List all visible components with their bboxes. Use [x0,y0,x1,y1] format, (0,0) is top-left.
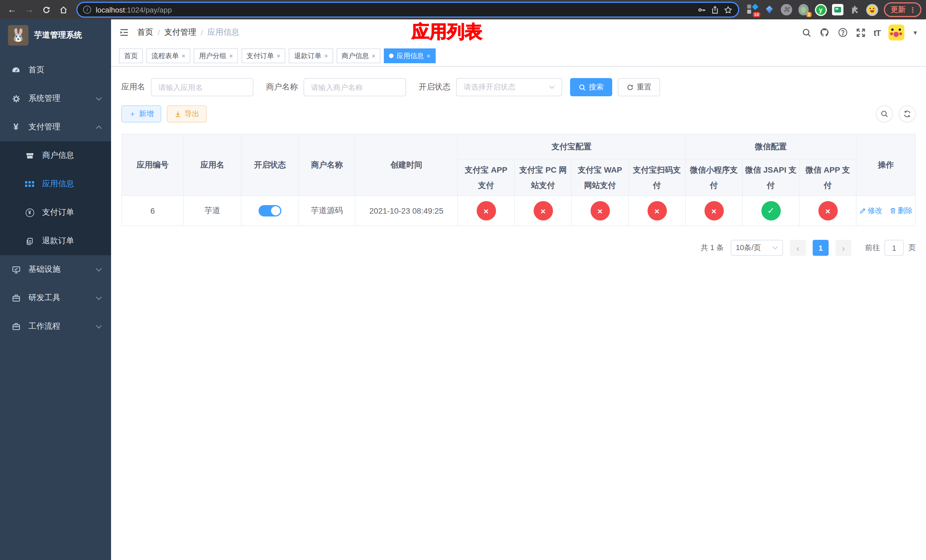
close-icon[interactable]: × [324,52,328,59]
col-header-merchant: 商户名称 [299,134,355,196]
toggle-search-icon[interactable] [876,105,893,123]
extension-chat-icon[interactable] [831,3,844,16]
search-icon[interactable] [802,28,811,37]
close-icon[interactable]: × [277,52,280,59]
extension-command-icon[interactable]: ⌘ [780,3,793,16]
tab-merchant-info[interactable]: 商户信息× [337,48,381,63]
avatar-caret-icon[interactable]: ▼ [912,29,918,36]
site-info-icon[interactable]: i [83,6,91,14]
status-label: 开启状态 [419,82,451,92]
browser-update-button[interactable]: 更新 ⋮ [884,2,921,17]
cell-alipay-app: × [458,196,514,226]
tab-refund-order[interactable]: 退款订单× [289,48,333,63]
merchant-name-input[interactable] [304,78,406,96]
chevron-down-icon [772,246,778,250]
filter-form: 应用名 商户名称 开启状态 请选择开启状态 搜索 重置 [121,78,916,96]
tab-pay-order[interactable]: 支付订单× [242,48,286,63]
tags-bar: 首页 流程表单× 用户分组× 支付订单× 退款订单× 商户信息× 应用信息× [111,45,926,67]
goto-page-input[interactable] [884,240,904,256]
user-avatar[interactable] [888,24,904,41]
extension-badge: 10 [753,12,760,17]
col-header-app-id: 应用编号 [122,134,184,196]
sidebar-item-merchant-info[interactable]: 商户信息 [0,141,111,170]
page-size-select[interactable]: 10条/页 [731,240,783,256]
sidebar-item-workflow[interactable]: 工作流程 [0,312,111,341]
sidebar-item-pay-order[interactable]: ¥ 支付订单 [0,198,111,227]
sidebar-item-refund-order[interactable]: 退款订单 [0,227,111,255]
col-header-wechat-app: 微信 APP 支付 [799,159,856,196]
font-size-icon[interactable]: tT [874,28,881,37]
extension-y-icon[interactable]: y [814,3,827,16]
browser-reload-icon[interactable] [39,2,53,17]
tab-flow-form[interactable]: 流程表单× [146,48,191,63]
active-dot [389,53,393,58]
screen: ← → i localhost:1024/pay/app 10 ⌘ [0,0,926,560]
chevron-up-icon [96,125,102,129]
password-key-icon[interactable] [698,5,706,14]
sidebar-item-app-info[interactable]: 应用信息 [0,170,111,198]
tab-label: 流程表单 [151,51,179,61]
cell-alipay-wap: × [572,196,628,226]
fullscreen-icon[interactable] [856,28,865,37]
app-logo-row[interactable]: 🐰 芋道管理系统 [0,20,111,51]
extension-tabs-icon[interactable]: 10 [746,3,758,16]
browser-profile-avatar[interactable] [865,3,878,16]
next-page-button[interactable]: › [835,240,851,256]
sidebar-fold-icon[interactable] [119,27,129,38]
tab-user-group[interactable]: 用户分组× [194,48,238,63]
reset-button-label: 重置 [637,82,652,92]
browser-back-icon[interactable]: ← [5,2,20,17]
status-select[interactable]: 请选择开启状态 [456,78,562,96]
status-cross-icon: × [590,201,610,221]
chevron-down-icon [96,97,102,101]
edit-link[interactable]: 修改 [859,206,882,216]
extension-kite-icon[interactable] [763,3,776,16]
cell-wechat-jsapi: ✓ [742,196,799,226]
browser-menu-icon[interactable]: ⋮ [909,5,916,14]
export-button[interactable]: 导出 [167,105,207,123]
extensions-puzzle-icon[interactable] [849,3,861,16]
share-icon[interactable] [711,5,719,14]
sidebar-item-label: 商户信息 [42,150,74,160]
sidebar-item-system[interactable]: 系统管理 [0,84,111,113]
github-icon[interactable] [820,27,830,38]
page-number-1[interactable]: 1 [813,240,829,256]
close-icon[interactable]: × [427,52,430,59]
close-icon[interactable]: × [372,52,375,59]
delete-link[interactable]: 删除 [889,206,912,216]
sidebar-item-dev-tools[interactable]: 研发工具 [0,284,111,312]
address-bar[interactable]: i localhost:1024/pay/app [76,2,739,18]
close-icon[interactable]: × [182,52,185,59]
status-toggle[interactable] [259,205,281,216]
search-button[interactable]: 搜索 [570,78,612,96]
status-check-icon: ✓ [761,201,781,221]
tab-label: 应用信息 [396,51,424,61]
cell-merchant: 芋道源码 [299,196,355,226]
refresh-icon[interactable] [899,105,916,123]
reset-button[interactable]: 重置 [618,78,660,96]
sidebar-item-home[interactable]: 首页 [0,56,111,84]
breadcrumb-separator: / [158,28,160,37]
yen-circle-icon: ¥ [25,208,34,217]
extension-blob-icon[interactable]: 1 [797,3,810,16]
prev-page-button[interactable]: ‹ [790,240,806,256]
sidebar-item-label: 支付管理 [29,122,61,132]
breadcrumb-home[interactable]: 首页 [137,27,153,38]
close-icon[interactable]: × [229,52,233,59]
help-icon[interactable] [838,27,848,38]
payment-submenu: 商户信息 应用信息 ¥ 支付订单 [0,141,111,255]
status-cross-icon: × [818,201,837,221]
briefcase-icon [11,322,21,331]
tab-home[interactable]: 首页 [119,48,143,63]
breadcrumb-payment[interactable]: 支付管理 [164,27,196,38]
browser-forward-icon[interactable]: → [22,2,36,17]
sidebar-item-payment[interactable]: ¥ 支付管理 [0,113,111,141]
app-name-input[interactable] [151,78,253,96]
tab-label: 首页 [124,51,138,61]
url-text[interactable]: localhost:1024/pay/app [96,5,693,14]
tab-app-info[interactable]: 应用信息× [384,48,436,63]
bookmark-star-icon[interactable] [724,5,732,14]
add-button[interactable]: ＋ 新增 [121,105,161,123]
sidebar-item-infrastructure[interactable]: 基础设施 [0,255,111,284]
browser-home-icon[interactable] [56,2,71,17]
